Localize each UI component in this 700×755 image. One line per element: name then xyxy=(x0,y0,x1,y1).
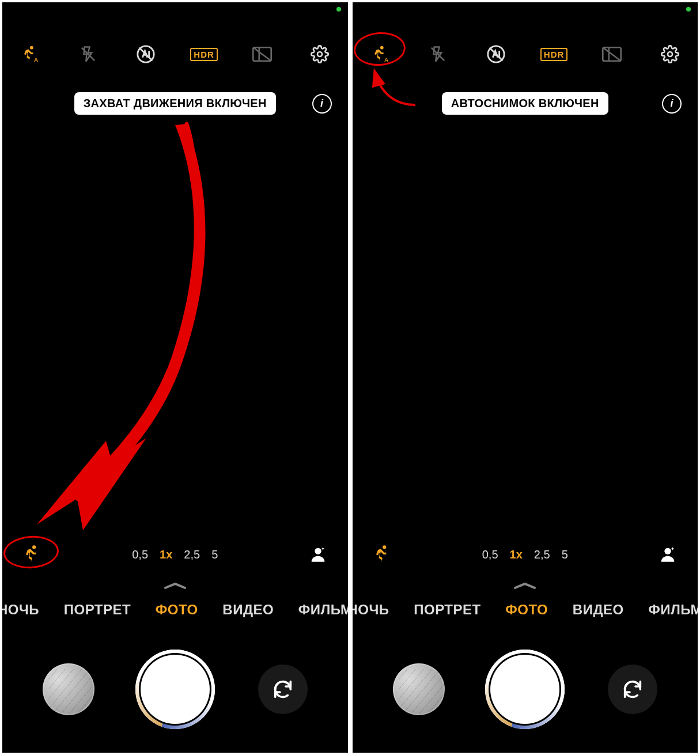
gallery-thumbnail[interactable] xyxy=(43,663,94,715)
shutter-button[interactable] xyxy=(141,655,210,724)
settings-icon[interactable] xyxy=(659,43,682,66)
motion-indicator-icon[interactable] xyxy=(370,542,395,567)
info-icon[interactable]: i xyxy=(312,94,332,114)
mode-carousel[interactable]: НОЧЬ ПОРТРЕТ ФОТО ВИДЕО ФИЛЬМ xyxy=(353,594,698,626)
zoom-option[interactable]: 5 xyxy=(211,548,218,561)
toast-message: ЗАХВАТ ДВИЖЕНИЯ ВКЛЮЧЕН xyxy=(74,92,276,115)
annotation-arrow xyxy=(14,118,267,539)
svg-text:A: A xyxy=(34,56,38,63)
mode-option[interactable]: НОЧЬ xyxy=(353,602,389,618)
hdr-button[interactable]: HDR xyxy=(192,43,215,66)
beautify-icon[interactable] xyxy=(305,542,331,567)
motion-indicator-icon[interactable] xyxy=(20,542,45,567)
mode-option[interactable]: ВИДЕО xyxy=(573,602,624,618)
mode-option[interactable]: НОЧЬ xyxy=(2,602,39,618)
top-toolbar: A HDR xyxy=(2,2,348,83)
svg-point-10 xyxy=(315,548,321,554)
flash-off-icon[interactable] xyxy=(426,43,449,66)
svg-text:A: A xyxy=(384,56,388,63)
svg-line-7 xyxy=(253,47,271,61)
svg-line-4 xyxy=(139,48,153,61)
mode-option[interactable]: ФИЛЬМ xyxy=(298,602,348,618)
camera-active-dot xyxy=(336,7,341,12)
toast-row: ЗАХВАТ ДВИЖЕНИЯ ВКЛЮЧЕН i xyxy=(2,83,348,124)
mode-option[interactable]: ФОТО xyxy=(505,602,548,618)
svg-line-15 xyxy=(490,48,503,61)
shutter-row xyxy=(2,626,348,753)
svg-point-11 xyxy=(380,46,384,50)
flash-off-icon[interactable] xyxy=(77,43,100,66)
zoom-option[interactable]: 0,5 xyxy=(132,548,148,561)
svg-point-19 xyxy=(668,52,672,56)
gallery-thumbnail[interactable] xyxy=(393,663,445,715)
svg-point-8 xyxy=(317,52,322,56)
zoom-option[interactable]: 1x xyxy=(160,548,172,561)
viewfinder[interactable] xyxy=(2,124,348,535)
zoom-option[interactable]: 0,5 xyxy=(482,548,498,561)
ai-scene-off-icon[interactable] xyxy=(485,43,508,66)
motion-auto-icon[interactable]: A xyxy=(369,43,392,66)
camera-switch-button[interactable] xyxy=(258,665,308,714)
zoom-option[interactable]: 1x xyxy=(510,548,523,561)
aspect-ratio-icon[interactable] xyxy=(600,43,623,66)
mode-option[interactable]: ПОРТРЕТ xyxy=(414,602,480,618)
svg-line-18 xyxy=(603,47,621,61)
zoom-option[interactable]: 2,5 xyxy=(184,548,200,561)
aspect-ratio-icon[interactable] xyxy=(251,43,274,66)
toast-row: АВТОСНИМОК ВКЛЮЧЕН i xyxy=(353,83,698,124)
motion-auto-icon[interactable]: A xyxy=(18,43,41,66)
mode-option[interactable]: ФИЛЬМ xyxy=(648,602,698,618)
mode-expand-icon[interactable] xyxy=(353,581,698,594)
zoom-option[interactable]: 5 xyxy=(562,548,568,561)
ai-scene-off-icon[interactable] xyxy=(134,43,157,66)
beautify-icon[interactable] xyxy=(655,542,680,567)
camera-screen-right: A HDR xyxy=(353,2,698,753)
zoom-strip: 0,5 1x 2,5 5 xyxy=(353,535,698,581)
shutter-row xyxy=(353,626,698,753)
mode-expand-icon[interactable] xyxy=(2,581,348,594)
zoom-options: 0,5 1x 2,5 5 xyxy=(482,548,568,561)
mode-option[interactable]: ПОРТРЕТ xyxy=(64,602,131,618)
camera-switch-button[interactable] xyxy=(608,665,657,714)
mode-carousel[interactable]: НОЧЬ ПОРТРЕТ ФОТО ВИДЕО ФИЛЬМ xyxy=(2,594,348,626)
zoom-strip: 0,5 1x 2,5 5 xyxy=(2,535,348,581)
toast-message: АВТОСНИМОК ВКЛЮЧЕН xyxy=(442,92,608,115)
mode-option[interactable]: ФОТО xyxy=(156,602,198,618)
info-icon[interactable]: i xyxy=(662,94,682,114)
svg-point-0 xyxy=(30,46,33,50)
hdr-button[interactable]: HDR xyxy=(543,43,566,66)
shutter-button[interactable] xyxy=(490,655,559,724)
svg-point-21 xyxy=(664,548,671,554)
svg-point-9 xyxy=(32,545,36,549)
svg-point-20 xyxy=(383,545,386,549)
mode-option[interactable]: ВИДЕО xyxy=(222,602,274,618)
camera-screen-left: A HDR xyxy=(2,2,348,753)
zoom-options: 0,5 1x 2,5 5 xyxy=(132,548,218,561)
top-toolbar: A HDR xyxy=(353,2,698,83)
settings-icon[interactable] xyxy=(308,43,331,66)
viewfinder[interactable] xyxy=(353,124,698,535)
zoom-option[interactable]: 2,5 xyxy=(534,548,550,561)
